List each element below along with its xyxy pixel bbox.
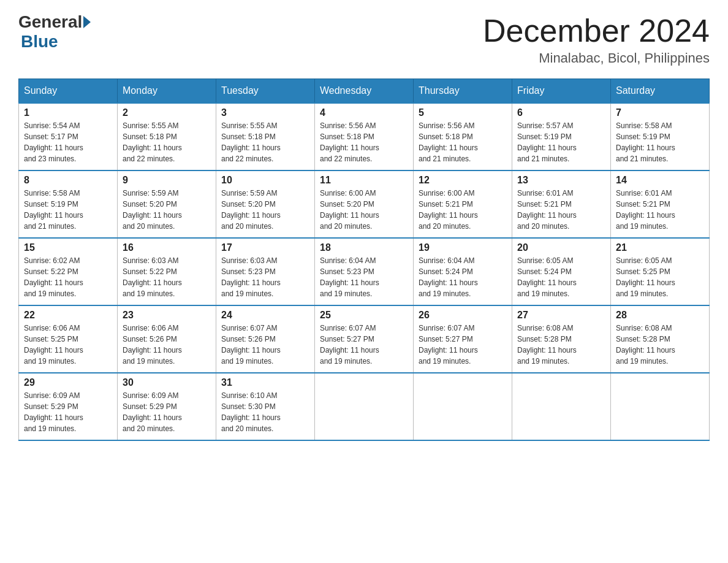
location-title: Minalabac, Bicol, Philippines: [483, 50, 710, 66]
day-number: 7: [616, 107, 704, 118]
logo-text: General: [18, 12, 92, 32]
logo: General Blue: [18, 12, 92, 52]
table-row: 31 Sunrise: 6:10 AM Sunset: 5:30 PM Dayl…: [216, 373, 315, 440]
day-info: Sunrise: 6:05 AM Sunset: 5:24 PM Dayligh…: [517, 255, 605, 299]
col-thursday: Thursday: [414, 79, 512, 104]
table-row: 6 Sunrise: 5:57 AM Sunset: 5:19 PM Dayli…: [512, 103, 611, 170]
day-number: 12: [419, 175, 507, 186]
day-number: 20: [517, 242, 605, 253]
table-row: [414, 373, 512, 440]
table-row: 12 Sunrise: 6:00 AM Sunset: 5:21 PM Dayl…: [414, 170, 512, 238]
day-number: 10: [221, 175, 309, 186]
day-number: 15: [24, 242, 112, 253]
table-row: 26 Sunrise: 6:07 AM Sunset: 5:27 PM Dayl…: [414, 305, 512, 373]
day-info: Sunrise: 6:04 AM Sunset: 5:24 PM Dayligh…: [419, 255, 507, 299]
col-wednesday: Wednesday: [315, 79, 414, 104]
calendar-table: Sunday Monday Tuesday Wednesday Thursday…: [18, 79, 710, 441]
day-info: Sunrise: 6:08 AM Sunset: 5:28 PM Dayligh…: [517, 323, 605, 367]
table-row: 19 Sunrise: 6:04 AM Sunset: 5:24 PM Dayl…: [414, 238, 512, 305]
day-info: Sunrise: 5:58 AM Sunset: 5:19 PM Dayligh…: [616, 120, 704, 164]
day-info: Sunrise: 5:55 AM Sunset: 5:18 PM Dayligh…: [221, 120, 309, 164]
table-row: 8 Sunrise: 5:58 AM Sunset: 5:19 PM Dayli…: [19, 170, 118, 238]
day-info: Sunrise: 6:09 AM Sunset: 5:29 PM Dayligh…: [24, 390, 112, 434]
table-row: 21 Sunrise: 6:05 AM Sunset: 5:25 PM Dayl…: [611, 238, 710, 305]
day-info: Sunrise: 6:07 AM Sunset: 5:27 PM Dayligh…: [320, 323, 408, 367]
col-saturday: Saturday: [611, 79, 710, 104]
day-number: 8: [24, 175, 112, 186]
day-number: 23: [123, 310, 211, 321]
day-number: 26: [419, 310, 507, 321]
day-info: Sunrise: 5:59 AM Sunset: 5:20 PM Dayligh…: [123, 188, 211, 232]
table-row: 11 Sunrise: 6:00 AM Sunset: 5:20 PM Dayl…: [315, 170, 414, 238]
table-row: 7 Sunrise: 5:58 AM Sunset: 5:19 PM Dayli…: [611, 103, 710, 170]
month-title: December 2024: [483, 12, 710, 49]
day-number: 22: [24, 310, 112, 321]
day-info: Sunrise: 6:04 AM Sunset: 5:23 PM Dayligh…: [320, 255, 408, 299]
col-friday: Friday: [512, 79, 611, 104]
table-row: [611, 373, 710, 440]
table-row: 10 Sunrise: 5:59 AM Sunset: 5:20 PM Dayl…: [216, 170, 315, 238]
page-header: General Blue December 2024 Minalabac, Bi…: [18, 12, 710, 66]
day-info: Sunrise: 5:56 AM Sunset: 5:18 PM Dayligh…: [419, 120, 507, 164]
day-number: 17: [221, 242, 309, 253]
day-info: Sunrise: 6:07 AM Sunset: 5:27 PM Dayligh…: [419, 323, 507, 367]
table-row: 22 Sunrise: 6:06 AM Sunset: 5:25 PM Dayl…: [19, 305, 118, 373]
logo-blue: Blue: [21, 32, 58, 51]
table-row: 4 Sunrise: 5:56 AM Sunset: 5:18 PM Dayli…: [315, 103, 414, 170]
day-number: 16: [123, 242, 211, 253]
day-info: Sunrise: 6:06 AM Sunset: 5:25 PM Dayligh…: [24, 323, 112, 367]
logo-general: General: [18, 12, 82, 32]
table-row: 24 Sunrise: 6:07 AM Sunset: 5:26 PM Dayl…: [216, 305, 315, 373]
table-row: 29 Sunrise: 6:09 AM Sunset: 5:29 PM Dayl…: [19, 373, 118, 440]
table-row: [512, 373, 611, 440]
col-monday: Monday: [118, 79, 216, 104]
day-number: 24: [221, 310, 309, 321]
table-row: 1 Sunrise: 5:54 AM Sunset: 5:17 PM Dayli…: [19, 103, 118, 170]
table-row: 3 Sunrise: 5:55 AM Sunset: 5:18 PM Dayli…: [216, 103, 315, 170]
day-info: Sunrise: 6:03 AM Sunset: 5:23 PM Dayligh…: [221, 255, 309, 299]
table-row: [315, 373, 414, 440]
day-number: 11: [320, 175, 408, 186]
day-info: Sunrise: 6:08 AM Sunset: 5:28 PM Dayligh…: [616, 323, 704, 367]
table-row: 30 Sunrise: 6:09 AM Sunset: 5:29 PM Dayl…: [118, 373, 216, 440]
day-number: 31: [221, 377, 309, 388]
table-row: 18 Sunrise: 6:04 AM Sunset: 5:23 PM Dayl…: [315, 238, 414, 305]
table-row: 23 Sunrise: 6:06 AM Sunset: 5:26 PM Dayl…: [118, 305, 216, 373]
day-number: 29: [24, 377, 112, 388]
day-number: 13: [517, 175, 605, 186]
day-number: 30: [123, 377, 211, 388]
day-info: Sunrise: 6:05 AM Sunset: 5:25 PM Dayligh…: [616, 255, 704, 299]
day-number: 3: [221, 107, 309, 118]
day-number: 1: [24, 107, 112, 118]
day-number: 2: [123, 107, 211, 118]
day-info: Sunrise: 6:01 AM Sunset: 5:21 PM Dayligh…: [517, 188, 605, 232]
day-number: 18: [320, 242, 408, 253]
title-section: December 2024 Minalabac, Bicol, Philippi…: [483, 12, 710, 66]
table-row: 17 Sunrise: 6:03 AM Sunset: 5:23 PM Dayl…: [216, 238, 315, 305]
table-row: 16 Sunrise: 6:03 AM Sunset: 5:22 PM Dayl…: [118, 238, 216, 305]
table-row: 9 Sunrise: 5:59 AM Sunset: 5:20 PM Dayli…: [118, 170, 216, 238]
day-number: 4: [320, 107, 408, 118]
day-number: 28: [616, 310, 704, 321]
col-sunday: Sunday: [19, 79, 118, 104]
day-info: Sunrise: 5:54 AM Sunset: 5:17 PM Dayligh…: [24, 120, 112, 164]
table-row: 28 Sunrise: 6:08 AM Sunset: 5:28 PM Dayl…: [611, 305, 710, 373]
calendar-header-row: Sunday Monday Tuesday Wednesday Thursday…: [19, 79, 710, 104]
day-number: 19: [419, 242, 507, 253]
day-info: Sunrise: 6:03 AM Sunset: 5:22 PM Dayligh…: [123, 255, 211, 299]
day-number: 21: [616, 242, 704, 253]
day-number: 6: [517, 107, 605, 118]
day-info: Sunrise: 5:55 AM Sunset: 5:18 PM Dayligh…: [123, 120, 211, 164]
day-info: Sunrise: 5:57 AM Sunset: 5:19 PM Dayligh…: [517, 120, 605, 164]
day-info: Sunrise: 5:56 AM Sunset: 5:18 PM Dayligh…: [320, 120, 408, 164]
table-row: 14 Sunrise: 6:01 AM Sunset: 5:21 PM Dayl…: [611, 170, 710, 238]
day-number: 14: [616, 175, 704, 186]
table-row: 5 Sunrise: 5:56 AM Sunset: 5:18 PM Dayli…: [414, 103, 512, 170]
day-number: 5: [419, 107, 507, 118]
day-info: Sunrise: 6:06 AM Sunset: 5:26 PM Dayligh…: [123, 323, 211, 367]
table-row: 27 Sunrise: 6:08 AM Sunset: 5:28 PM Dayl…: [512, 305, 611, 373]
day-info: Sunrise: 6:10 AM Sunset: 5:30 PM Dayligh…: [221, 390, 309, 434]
day-number: 27: [517, 310, 605, 321]
day-number: 9: [123, 175, 211, 186]
day-info: Sunrise: 6:02 AM Sunset: 5:22 PM Dayligh…: [24, 255, 112, 299]
